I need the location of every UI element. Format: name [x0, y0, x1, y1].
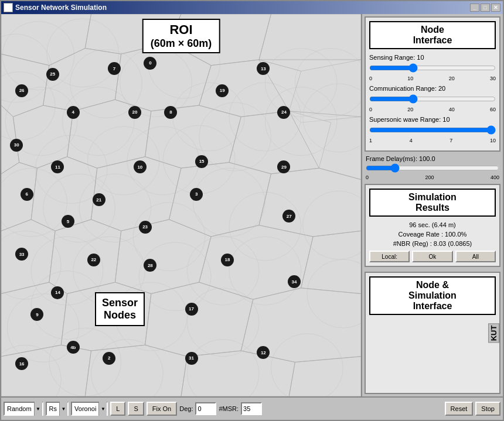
node-31[interactable]: 31: [185, 352, 198, 365]
supersonic-range-ticks: 1 4 7 10: [369, 138, 496, 143]
fix-on-button[interactable]: Fix On: [147, 402, 177, 416]
comm-range-label: Communication Range: 20: [369, 85, 496, 92]
roi-line1: ROI: [151, 22, 212, 37]
node-28[interactable]: 28: [144, 259, 156, 272]
node-6[interactable]: 6: [21, 188, 33, 201]
node-sim-interface-title: Node & Simulation Interface: [369, 276, 496, 315]
app: Sensor Network Simulation _ □ ✕ ROI (60m…: [0, 0, 504, 421]
node-4b[interactable]: 4b: [67, 341, 80, 354]
node-15[interactable]: 15: [195, 155, 208, 168]
node-23[interactable]: 23: [139, 221, 152, 234]
local-label: Local:: [369, 251, 410, 262]
random-dropdown-arrow[interactable]: ▼: [34, 402, 42, 416]
title-controls: _ □ ✕: [470, 4, 500, 12]
toolbar: Random ▼ Rs ▼ Voronoi ▼ L S Fix On Deg: …: [1, 396, 503, 420]
node-sim-interface-panel: Node & Simulation Interface KUT: [365, 272, 500, 394]
node-21[interactable]: 21: [93, 193, 105, 206]
sensor-nodes-label: Sensor Nodes: [95, 292, 145, 326]
node-4[interactable]: 4: [67, 106, 80, 119]
supersonic-range-slider[interactable]: [369, 125, 496, 135]
comm-range-slider[interactable]: [369, 94, 496, 104]
stop-button[interactable]: Stop: [475, 402, 500, 416]
random-label: Random: [5, 405, 34, 412]
node-9[interactable]: 9: [30, 308, 43, 321]
viz-panel: ROI (60m × 60m) Sensor Nodes: [1, 14, 362, 396]
roi-line2: (60m × 60m): [151, 37, 212, 50]
rs-label: Rs: [47, 405, 59, 412]
node-26[interactable]: 26: [15, 84, 28, 97]
random-dropdown[interactable]: Random ▼: [4, 402, 43, 416]
msr-input[interactable]: [241, 402, 262, 415]
deg-label: Deg:: [179, 405, 193, 412]
node-30[interactable]: 30: [10, 139, 23, 152]
sensing-range-ticks: 0 10 20 30: [369, 76, 496, 81]
node-33[interactable]: 33: [15, 248, 28, 261]
node-29[interactable]: 29: [277, 160, 290, 173]
nodes-container: 2625701330420824111015296213275233322281…: [1, 14, 361, 396]
frame-delay-section: Frame Delay(ms): 100.0 0 200 400: [362, 154, 503, 182]
reset-button[interactable]: Reset: [445, 402, 474, 416]
voronoi-dropdown-arrow[interactable]: ▼: [98, 402, 107, 416]
all-button[interactable]: All: [455, 251, 496, 262]
voronoi-dropdown[interactable]: Voronoi ▼: [71, 402, 108, 416]
frame-delay-ticks: 0 200 400: [366, 174, 499, 180]
comm-range-section: Communication Range: 20 0 20 40 60: [369, 85, 496, 112]
maximize-button[interactable]: □: [481, 4, 490, 12]
msr-label: #MSR:: [219, 405, 239, 412]
roi-label: ROI (60m × 60m): [142, 19, 220, 53]
close-button[interactable]: ✕: [491, 4, 500, 12]
node-24[interactable]: 24: [277, 106, 290, 119]
node-17[interactable]: 17: [185, 303, 198, 316]
kut-label: KUT: [488, 323, 499, 343]
node-5[interactable]: 5: [62, 215, 74, 228]
reset-stop-group: Reset Stop: [445, 402, 500, 416]
deg-input[interactable]: [195, 402, 216, 415]
node-0[interactable]: 0: [144, 57, 156, 70]
ok-button[interactable]: Ok: [412, 251, 452, 262]
node-14[interactable]: 14: [51, 286, 64, 299]
node-16[interactable]: 16: [15, 357, 28, 370]
node-11[interactable]: 11: [51, 160, 64, 173]
node-27[interactable]: 27: [282, 210, 295, 223]
node-8[interactable]: 8: [164, 106, 177, 119]
node-20[interactable]: 20: [128, 106, 141, 119]
node-2[interactable]: 2: [103, 352, 115, 365]
node-25[interactable]: 25: [46, 68, 59, 81]
sim-results-panel: Simulation Results 96 sec. (6.44 m) Cove…: [365, 184, 500, 267]
voronoi-label: Voronoi: [72, 405, 98, 412]
sim-coverage: Coveage Rate : 100.0%: [369, 231, 496, 238]
frame-delay-slider[interactable]: [366, 163, 499, 173]
node-22[interactable]: 22: [87, 254, 100, 266]
node-7[interactable]: 7: [108, 62, 121, 75]
s-button[interactable]: S: [128, 402, 144, 416]
frame-delay-label: Frame Delay(ms): 100.0: [366, 155, 499, 162]
node-19[interactable]: 19: [216, 84, 229, 97]
l-button[interactable]: L: [110, 402, 125, 416]
node-interface-panel: Node Interface Sensing Range: 10 0 10 20…: [365, 16, 500, 152]
right-panel: Node Interface Sensing Range: 10 0 10 20…: [362, 14, 503, 396]
sensing-range-slider[interactable]: [369, 63, 496, 73]
node-12[interactable]: 12: [257, 346, 270, 359]
node-34[interactable]: 34: [288, 275, 301, 288]
local-ok-all-row: Local: Ok All: [369, 251, 496, 262]
node-3[interactable]: 3: [190, 188, 203, 201]
sim-time: 96 sec. (6.44 m): [369, 221, 496, 228]
sim-results-title: Simulation Results: [369, 189, 496, 217]
rs-dropdown-arrow[interactable]: ▼: [59, 402, 67, 416]
sensing-range-section: Sensing Range: 10 0 10 20 30: [369, 54, 496, 81]
node-13[interactable]: 13: [257, 62, 270, 75]
comm-range-ticks: 0 20 40 60: [369, 107, 496, 112]
supersonic-range-label: Supersonic wave Range: 10: [369, 116, 496, 123]
supersonic-range-section: Supersonic wave Range: 10 1 4 7 10: [369, 116, 496, 143]
title-bar: Sensor Network Simulation _ □ ✕: [1, 1, 503, 14]
rs-dropdown[interactable]: Rs ▼: [46, 402, 69, 416]
node-18[interactable]: 18: [221, 254, 234, 266]
main-content: ROI (60m × 60m) Sensor Nodes: [1, 14, 503, 396]
title-bar-text: Sensor Network Simulation: [15, 4, 107, 12]
sim-nbr: #NBR (Reg) : 8.03 (0.0865): [369, 240, 496, 247]
node-10[interactable]: 10: [134, 160, 147, 173]
app-icon: [4, 3, 13, 12]
node-interface-title: Node Interface: [369, 21, 496, 49]
sensing-range-label: Sensing Range: 10: [369, 54, 496, 61]
minimize-button[interactable]: _: [470, 4, 479, 12]
